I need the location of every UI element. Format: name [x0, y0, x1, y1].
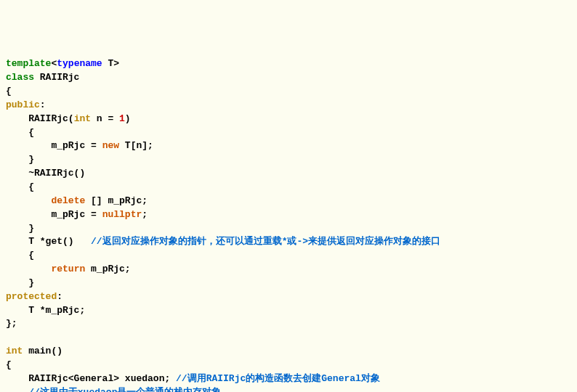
kw-public: public — [6, 99, 40, 110]
ctor-name: RAIIRjc( — [6, 113, 74, 124]
decl-xuedaon: RAIIRjc<General> xuedaon; — [6, 373, 176, 384]
kw-int: int — [6, 346, 23, 356]
brace: } — [6, 277, 34, 288]
kw-template: template — [6, 58, 51, 69]
class-name: RAIIRjc — [34, 72, 79, 83]
return-val: m_pRjc; — [85, 264, 130, 274]
brace: { — [6, 127, 34, 138]
colon: : — [57, 291, 62, 302]
kw-delete: delete — [51, 195, 85, 206]
main-sig: main() — [23, 346, 62, 356]
num-1: 1 — [119, 113, 125, 124]
brace: { — [6, 359, 12, 370]
kw-protected: protected — [6, 291, 57, 302]
kw-typename: typename — [57, 58, 102, 69]
comment-get: //返回对应操作对象的指针，还可以通过重载*或->来提供返回对应操作对象的接口 — [91, 236, 440, 247]
brace: } — [6, 154, 34, 165]
indent — [6, 264, 51, 274]
assign-post: T[n]; — [119, 140, 153, 151]
class-end: }; — [6, 318, 17, 329]
ctor-close: ) — [125, 113, 131, 124]
delete-post: [] m_pRjc; — [85, 195, 148, 206]
semi: ; — [142, 209, 148, 220]
kw-new: new — [102, 140, 119, 151]
brace: { — [6, 250, 34, 261]
indent — [6, 195, 51, 206]
angle-close: > — [113, 58, 119, 69]
kw-class: class — [6, 72, 34, 83]
kw-nullptr: nullptr — [102, 209, 142, 220]
indent — [6, 387, 28, 392]
ctor-param: n = — [91, 113, 119, 124]
brace: { — [6, 86, 12, 97]
brace: } — [6, 223, 34, 234]
kw-int: int — [74, 113, 91, 124]
null-pre: m_pRjc = — [6, 209, 102, 220]
kw-return: return — [51, 264, 85, 274]
brace: { — [6, 181, 34, 192]
assign-pre: m_pRjc = — [6, 140, 102, 151]
code-block: template<typename T> class RAIIRjc { pub… — [6, 57, 571, 392]
colon: : — [40, 99, 46, 110]
comment-ctor: //调用RAIIRjc的构造函数去创建General对象 — [176, 373, 380, 384]
dtor-name: ~RAIIRjc() — [6, 168, 85, 179]
tparam-T: T — [102, 58, 114, 69]
member-decl: T *m_pRjc; — [6, 305, 85, 316]
get-sig: T *get() — [6, 236, 91, 247]
comment-stack: //这里由于xuedaon是一个普通的栈内存对象 — [28, 387, 221, 392]
